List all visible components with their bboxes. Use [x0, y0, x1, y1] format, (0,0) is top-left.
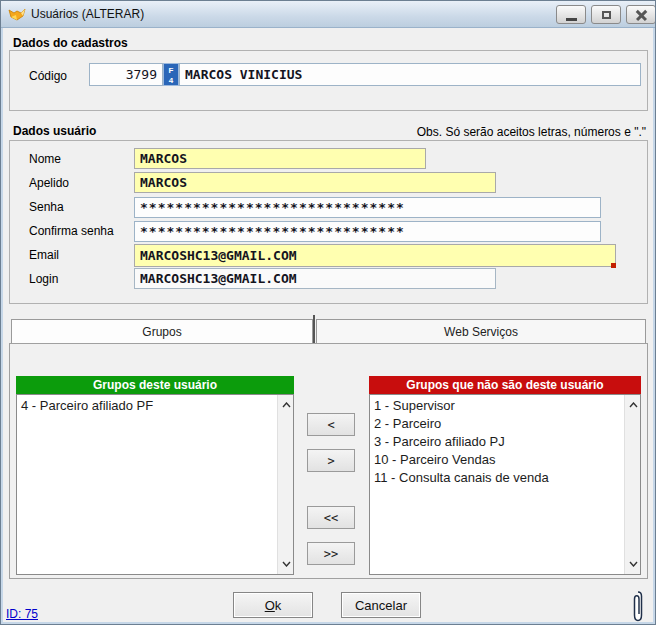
minimize-icon — [566, 18, 577, 21]
window-title: Usuários (ALTERAR) — [31, 7, 144, 21]
user-groups-header-label: Grupos deste usuário — [93, 378, 217, 392]
f4-label-bottom: 4 — [164, 76, 178, 86]
email-input[interactable] — [134, 244, 616, 267]
apelido-input[interactable] — [134, 172, 496, 193]
list-item[interactable]: 4 - Parceiro afiliado PF — [17, 397, 277, 415]
cadastro-group-label: Dados do cadastros — [11, 36, 130, 50]
user-groups-header: Grupos deste usuário — [16, 376, 294, 394]
other-groups-list: 1 - Supervisor2 - Parceiro3 - Parceiro a… — [370, 395, 624, 574]
codigo-input[interactable] — [89, 63, 163, 86]
other-groups-header-label: Grupos que não são deste usuário — [406, 378, 603, 392]
other-groups-header: Grupos que não são deste usuário — [369, 376, 641, 394]
chevron-down-icon[interactable] — [278, 556, 294, 572]
close-button[interactable] — [626, 5, 656, 24]
login-label: Login — [29, 272, 58, 286]
cadastro-nome-input[interactable] — [179, 63, 641, 86]
right-list-scrollbar[interactable] — [624, 395, 640, 574]
ok-label-mnemonic: O — [265, 598, 275, 613]
chevron-down-icon[interactable] — [625, 556, 641, 572]
obs-note: Obs. Só serão aceitos letras, números e … — [417, 125, 646, 139]
senha-label: Senha — [29, 200, 64, 214]
paperclip-icon — [632, 590, 644, 623]
tab-web-servicos-label: Web Serviços — [444, 325, 518, 339]
tab-grupos-label: Grupos — [142, 325, 181, 339]
chevron-up-icon[interactable] — [278, 397, 294, 413]
ok-label: k — [275, 598, 282, 613]
codigo-label: Código — [29, 69, 67, 83]
chevron-up-icon[interactable] — [625, 397, 641, 413]
list-item[interactable]: 11 - Consulta canais de venda — [370, 469, 624, 487]
move-left-button[interactable]: < — [307, 413, 355, 436]
list-item[interactable]: 1 - Supervisor — [370, 397, 624, 415]
minimize-button[interactable] — [556, 5, 586, 24]
move-right-button[interactable]: > — [307, 449, 355, 472]
user-groups-listbox[interactable]: 4 - Parceiro afiliado PF — [16, 394, 294, 575]
nome-input[interactable] — [134, 148, 426, 169]
titlebar[interactable]: Usuários (ALTERAR) — [1, 1, 656, 28]
fox-icon — [8, 6, 26, 24]
confirma-senha-label: Confirma senha — [29, 224, 114, 238]
maximize-icon — [602, 11, 611, 19]
maximize-button[interactable] — [591, 5, 621, 24]
apelido-label: Apelido — [29, 176, 69, 190]
user-groups-list: 4 - Parceiro afiliado PF — [17, 395, 277, 574]
confirma-senha-input[interactable] — [134, 221, 601, 242]
tab-web-servicos[interactable]: Web Serviços — [316, 319, 646, 344]
move-all-left-button[interactable]: << — [307, 506, 355, 529]
tab-divider — [313, 315, 315, 344]
list-item[interactable]: 2 - Parceiro — [370, 415, 624, 433]
usuario-group-label: Dados usuário — [11, 124, 98, 138]
list-item[interactable]: 10 - Parceiro Vendas — [370, 451, 624, 469]
move-all-right-button[interactable]: >> — [307, 542, 355, 565]
tab-grupos[interactable]: Grupos — [11, 319, 313, 344]
nome-label: Nome — [29, 152, 61, 166]
cancel-button[interactable]: Cancelar — [341, 592, 421, 618]
f4-lookup-button[interactable]: F 4 — [163, 63, 179, 86]
login-input[interactable] — [134, 268, 496, 289]
id-link[interactable]: ID: 75 — [6, 607, 38, 621]
email-label: Email — [29, 248, 59, 262]
dialog-window: Usuários (ALTERAR) Dados do cadastros Có… — [0, 0, 656, 625]
list-item[interactable]: 3 - Parceiro afiliado PJ — [370, 433, 624, 451]
other-groups-listbox[interactable]: 1 - Supervisor2 - Parceiro3 - Parceiro a… — [369, 394, 641, 575]
senha-input[interactable] — [134, 197, 601, 218]
ok-button[interactable]: Ok — [233, 592, 313, 618]
f4-label-top: F — [164, 66, 178, 76]
left-list-scrollbar[interactable] — [277, 395, 293, 574]
red-square-icon — [611, 263, 616, 268]
